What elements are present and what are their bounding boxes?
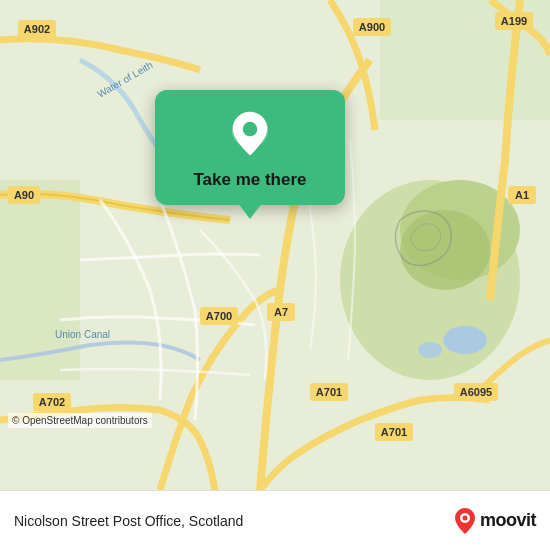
svg-text:Union Canal: Union Canal xyxy=(55,329,110,340)
svg-text:A199: A199 xyxy=(501,15,527,27)
svg-text:A702: A702 xyxy=(39,396,65,408)
location-pin-icon xyxy=(225,110,275,160)
moovit-logo: moovit xyxy=(454,507,536,535)
popup-card[interactable]: Take me there xyxy=(155,90,345,205)
moovit-logo-text: moovit xyxy=(480,510,536,531)
svg-text:A701: A701 xyxy=(381,426,407,438)
svg-text:A7: A7 xyxy=(274,306,288,318)
svg-point-4 xyxy=(443,326,487,354)
svg-text:A900: A900 xyxy=(359,21,385,33)
svg-point-5 xyxy=(418,342,442,358)
popup-label: Take me there xyxy=(193,170,306,190)
svg-point-35 xyxy=(462,515,467,520)
bottom-bar: Nicolson Street Post Office, Scotland mo… xyxy=(0,490,550,550)
osm-credit: © OpenStreetMap contributors xyxy=(8,413,152,428)
location-text: Nicolson Street Post Office, Scotland xyxy=(14,513,243,529)
svg-text:A90: A90 xyxy=(14,189,34,201)
svg-text:A700: A700 xyxy=(206,310,232,322)
svg-text:A6095: A6095 xyxy=(460,386,492,398)
svg-point-3 xyxy=(400,210,490,290)
svg-point-33 xyxy=(243,122,258,137)
map-container: A902 A199 A900 A90 A1 A7 A700 A702 A701 … xyxy=(0,0,550,490)
moovit-pin-icon xyxy=(454,507,476,535)
svg-text:A701: A701 xyxy=(316,386,342,398)
svg-text:A902: A902 xyxy=(24,23,50,35)
svg-text:A1: A1 xyxy=(515,189,529,201)
